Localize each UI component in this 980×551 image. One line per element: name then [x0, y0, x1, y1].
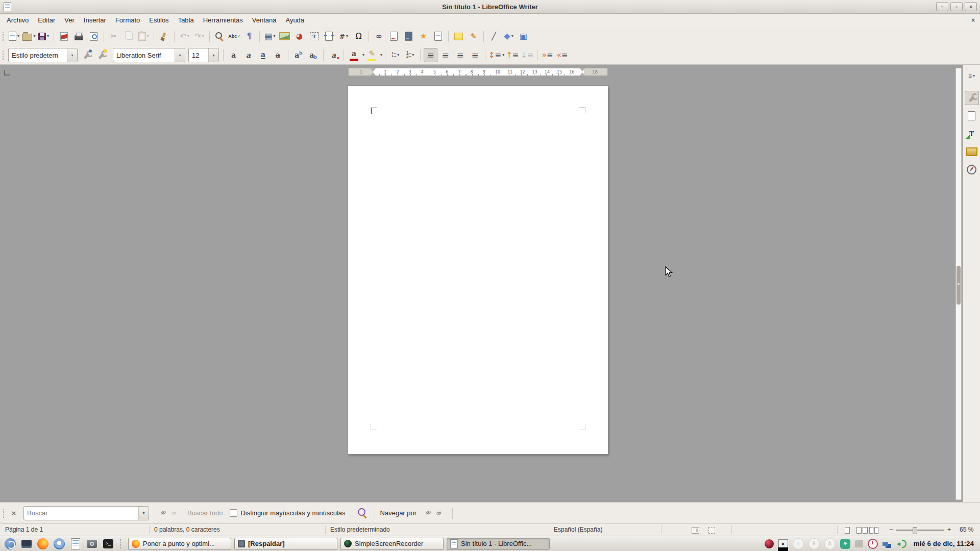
menu-editar[interactable]: Editar [33, 14, 60, 27]
strikethrough-button[interactable]: a [271, 48, 285, 62]
line-spacing-button[interactable]: ↕≡▾ [488, 48, 504, 62]
zoom-slider-track[interactable] [896, 530, 944, 531]
task-window-firefox[interactable]: Poner a punto y optimi... [128, 538, 231, 550]
word-count-status[interactable]: 0 palabras, 0 caracteres [154, 526, 220, 533]
clear-formatting-button[interactable]: a× [327, 48, 340, 62]
increase-paragraph-spacing-button[interactable]: ↑≡ [505, 48, 519, 62]
alarm-clock-tray-icon[interactable] [868, 539, 878, 549]
insert-field-caret-icon[interactable]: ▾ [346, 34, 348, 38]
highlight-color-button[interactable]: ✎ [365, 48, 379, 62]
match-case-checkbox[interactable] [230, 509, 237, 517]
sidebar-gallery-button[interactable] [965, 144, 979, 159]
task-window-respaldar[interactable]: [Respaldar] [234, 538, 337, 550]
unordered-list-caret-icon[interactable]: ▾ [397, 53, 399, 57]
unordered-list-button[interactable]: •– •–▾ [388, 48, 402, 62]
insert-line-button[interactable]: ╱ [487, 29, 501, 43]
find-previous-button[interactable]: » [156, 507, 169, 520]
insert-image-button[interactable] [278, 29, 291, 43]
zoom-slider-thumb[interactable] [913, 527, 917, 534]
menu-herramientas[interactable]: Herramientas [199, 14, 248, 27]
new-style-button[interactable] [94, 48, 108, 62]
decrease-indent-button[interactable]: «≡ [555, 48, 569, 62]
spelling-button[interactable]: Abc✓ [228, 29, 241, 43]
font-name-combo[interactable]: ▾ [113, 48, 185, 62]
zoom-level-status[interactable]: 65 % [960, 526, 973, 533]
indent-marker-left-bottom[interactable] [371, 72, 376, 76]
formatting-marks-button[interactable]: ¶ [242, 29, 256, 43]
network-tray-icon[interactable] [883, 542, 888, 546]
sidebar-page-button[interactable] [965, 109, 979, 123]
font-size-input[interactable] [189, 52, 208, 59]
match-case-label[interactable]: Distinguir mayúsculas y minúsculas [240, 509, 345, 517]
sidebar-styles-button[interactable]: T [965, 127, 979, 141]
terminal-launcher[interactable]: >_ [102, 538, 114, 550]
special-character-button[interactable]: Ω [352, 29, 365, 43]
vertical-scrollbar[interactable] [955, 68, 962, 500]
insert-hyperlink-button[interactable]: ∞ [372, 29, 386, 43]
ordered-list-caret-icon[interactable]: ▾ [412, 53, 414, 57]
insert-footnote-button[interactable] [387, 29, 401, 43]
multi-page-view-button[interactable] [856, 527, 868, 534]
navigate-previous-button[interactable]: » [421, 507, 434, 520]
track-changes-button[interactable]: ✎ [467, 29, 480, 43]
menu-ventana[interactable]: Ventana [248, 14, 281, 27]
scrollbar-thumb[interactable] [957, 266, 961, 305]
start-menu-button[interactable] [4, 538, 16, 550]
navigate-next-button[interactable]: » [434, 507, 447, 520]
find-and-replace-button[interactable] [356, 507, 370, 520]
task-window-writer[interactable]: Sin título 1 - LibreOffic... [447, 538, 550, 550]
update-style-button[interactable] [80, 48, 93, 62]
new-document-button[interactable]: ▾ [7, 29, 21, 43]
paragraph-style-input[interactable] [9, 52, 67, 59]
close-find-bar-button[interactable]: × [7, 507, 20, 520]
insert-textbox-button[interactable]: T [307, 29, 321, 43]
maximize-button[interactable]: ▫ [950, 2, 963, 11]
align-left-button[interactable]: ≡ [424, 48, 437, 62]
document-page[interactable] [348, 86, 608, 454]
align-justify-button[interactable]: ≡ [468, 48, 482, 62]
taskbar-clock[interactable]: mié 6 de dic, 11:24 [913, 540, 974, 547]
subscript-button[interactable]: ab [306, 48, 320, 62]
paragraph-style-caret-icon[interactable]: ▾ [67, 48, 77, 62]
indent-marker-left-top[interactable] [371, 68, 376, 71]
print-preview-button[interactable] [87, 29, 101, 43]
save-caret-icon[interactable]: ▾ [47, 34, 49, 38]
export-pdf-button[interactable] [57, 29, 71, 43]
align-right-button[interactable]: ≡ [453, 48, 467, 62]
app-tray-icon[interactable] [855, 540, 863, 547]
open-button[interactable]: ▾ [22, 29, 36, 43]
toolbar-grip[interactable] [2, 50, 5, 60]
insert-comment-button[interactable] [452, 29, 465, 43]
bold-button[interactable]: a [227, 48, 240, 62]
insert-endnote-button[interactable] [402, 29, 415, 43]
indent-marker-right-top[interactable] [580, 68, 585, 71]
single-page-view-button[interactable] [845, 527, 850, 534]
font-name-input[interactable] [113, 52, 175, 59]
sidebar-settings-button[interactable]: ≡▾ [965, 69, 979, 83]
screenshot-launcher[interactable] [86, 538, 98, 550]
recording-tray-icon[interactable] [765, 539, 774, 548]
page-style-status[interactable]: Estilo predeterminado [330, 526, 390, 533]
paragraph-style-combo[interactable]: ▾ [8, 48, 78, 62]
font-size-caret-icon[interactable]: ▾ [208, 48, 218, 62]
line-spacing-caret-icon[interactable]: ▾ [502, 53, 504, 57]
task-window-screenrecorder[interactable]: SimpleScreenRecorder [340, 538, 444, 550]
tab-stop-selector[interactable] [4, 70, 10, 76]
show-desktop-button[interactable] [20, 538, 33, 550]
clone-formatting-button[interactable] [157, 29, 171, 43]
close-document-icon[interactable]: × [971, 17, 975, 24]
font-size-combo[interactable]: ▾ [188, 48, 219, 62]
menu-tabla[interactable]: Tabla [174, 14, 199, 27]
close-button[interactable]: × [965, 2, 977, 11]
keyboard-indicator-1[interactable]: I [793, 538, 804, 549]
insert-cross-reference-button[interactable] [431, 29, 445, 43]
selection-mode-icon[interactable] [708, 527, 715, 534]
font-name-caret-icon[interactable]: ▾ [175, 48, 185, 62]
underline-button[interactable]: a [256, 48, 270, 62]
writer-launcher[interactable] [69, 538, 82, 550]
show-draw-functions-button[interactable]: ▣ [517, 29, 530, 43]
volume-tray-icon[interactable]: ◄ [896, 540, 907, 548]
align-center-button[interactable]: ≡ [438, 48, 452, 62]
basic-shapes-caret-icon[interactable]: ▾ [511, 34, 513, 38]
menu-estilos[interactable]: Estilos [144, 14, 173, 27]
